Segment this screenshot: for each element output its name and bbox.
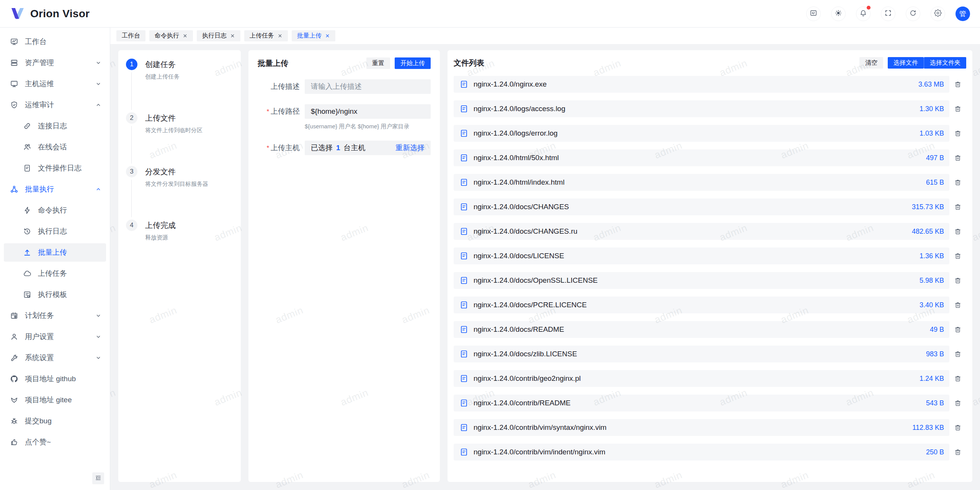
sidebar-item-label: 资产管理 xyxy=(25,58,95,68)
delete-file-button[interactable] xyxy=(949,399,966,407)
step-number: 1 xyxy=(126,59,137,70)
host-selected-prefix: 已选择 xyxy=(311,143,333,153)
chevron-down-icon xyxy=(95,313,101,319)
user-avatar[interactable]: 管 xyxy=(956,7,970,21)
audit-shield-icon xyxy=(10,101,18,109)
sidebar-item-label: 工作台 xyxy=(25,37,101,47)
file-icon xyxy=(460,227,468,236)
sidebar-item[interactable]: 项目地址 github xyxy=(4,370,106,388)
sidebar-collapse-button[interactable] xyxy=(92,472,104,484)
step-title: 上传文件 xyxy=(145,112,203,124)
file-list-title: 文件列表 xyxy=(454,58,484,68)
refresh-button[interactable] xyxy=(906,7,920,21)
start-upload-button[interactable]: 开始上传 xyxy=(395,57,431,69)
delete-file-button[interactable] xyxy=(949,424,966,431)
tab-item-2[interactable]: 执行日志 xyxy=(197,30,240,41)
bolt-icon xyxy=(23,206,31,215)
delete-file-button[interactable] xyxy=(949,154,966,162)
upload-desc-label: 上传描述 xyxy=(258,79,300,94)
file-name: nginx-1.24.0/docs/LICENSE xyxy=(474,252,564,260)
delete-file-button[interactable] xyxy=(949,350,966,358)
delete-file-button[interactable] xyxy=(949,105,966,113)
file-name: nginx-1.24.0/contrib/vim/syntax/nginx.vi… xyxy=(474,423,606,432)
delete-file-button[interactable] xyxy=(949,375,966,382)
file-icon xyxy=(460,80,468,88)
file-size: 250 B xyxy=(918,448,944,456)
theme-button[interactable] xyxy=(831,7,846,21)
sidebar-item[interactable]: 计划任务 xyxy=(4,306,106,325)
tab-item-0[interactable]: 工作台 xyxy=(116,30,145,41)
sidebar-item[interactable]: 系统设置 xyxy=(4,349,106,367)
sidebar-item[interactable]: 批量执行 xyxy=(4,180,106,198)
file-icon xyxy=(460,448,468,456)
sidebar-item[interactable]: 工作台 xyxy=(4,33,106,51)
delete-file-button[interactable] xyxy=(949,203,966,211)
tab-item-1[interactable]: 命令执行 xyxy=(149,30,193,41)
tab-item-3[interactable]: 上传任务 xyxy=(244,30,288,41)
sidebar-item[interactable]: 项目地址 gitee xyxy=(4,391,106,409)
sidebar-item[interactable]: 连接日志 xyxy=(4,117,106,135)
trash-icon xyxy=(954,154,962,162)
file-size: 3.40 KB xyxy=(912,301,944,309)
file-name: nginx-1.24.0/contrib/vim/indent/nginx.vi… xyxy=(474,448,605,456)
sidebar-item[interactable]: 上传任务 xyxy=(4,264,106,283)
file-row-body: nginx-1.24.0/logs/access.log1.30 KB xyxy=(454,100,949,117)
sidebar-item[interactable]: 用户设置 xyxy=(4,328,106,346)
upload-path-row: 上传路径 ${username} 用户名 ${home} 用户家目录 xyxy=(258,104,431,130)
delete-file-button[interactable] xyxy=(949,179,966,186)
bug-icon xyxy=(10,417,18,425)
fullscreen-button[interactable] xyxy=(881,7,895,21)
sidebar-item-label: 文件操作日志 xyxy=(38,163,101,173)
file-row-body: nginx-1.24.0/docs/OpenSSL.LICENSE5.98 KB xyxy=(454,272,949,289)
tab-item-4[interactable]: 批量上传 xyxy=(292,30,335,41)
sidebar-item[interactable]: 资产管理 xyxy=(4,54,106,72)
delete-file-button[interactable] xyxy=(949,252,966,260)
sidebar-item[interactable]: 在线会话 xyxy=(4,138,106,156)
sidebar-item[interactable]: 点个赞~ xyxy=(4,433,106,451)
settings-button[interactable] xyxy=(931,7,945,21)
code-preview-button[interactable] xyxy=(806,7,821,21)
step-4: 4上传完成释放资源 xyxy=(126,220,233,241)
file-row: nginx-1.24.0/logs/access.log1.30 KB xyxy=(454,100,966,117)
upload-desc-input[interactable] xyxy=(305,79,431,94)
sidebar-item[interactable]: 命令执行 xyxy=(4,201,106,220)
reselect-hosts-link[interactable]: 重新选择 xyxy=(395,143,425,153)
clear-files-button[interactable]: 清空 xyxy=(859,57,883,69)
delete-file-button[interactable] xyxy=(949,448,966,456)
delete-file-button[interactable] xyxy=(949,80,966,88)
sidebar-item[interactable]: 文件操作日志 xyxy=(4,159,106,177)
select-folder-button[interactable]: 选择文件夹 xyxy=(924,57,966,69)
notification-button[interactable] xyxy=(856,7,871,21)
step-2: 2上传文件将文件上传到临时分区 xyxy=(126,112,233,166)
sidebar-item[interactable]: 执行日志 xyxy=(4,222,106,241)
sidebar-item[interactable]: 批量上传 xyxy=(4,243,106,262)
sidebar-item[interactable]: 提交bug xyxy=(4,412,106,430)
file-size: 543 B xyxy=(918,399,944,407)
sidebar-item[interactable]: 运维审计 xyxy=(4,96,106,114)
delete-file-button[interactable] xyxy=(949,326,966,333)
tab-close-icon[interactable] xyxy=(278,33,283,38)
file-name: nginx-1.24.0/contrib/geo2nginx.pl xyxy=(474,374,581,383)
delete-file-button[interactable] xyxy=(949,277,966,284)
file-row: nginx-1.24.0/html/index.html615 B xyxy=(454,174,966,191)
file-size: 315.73 KB xyxy=(904,203,944,211)
delete-file-button[interactable] xyxy=(949,228,966,235)
assets-icon xyxy=(10,59,18,67)
tab-close-icon[interactable] xyxy=(183,33,188,38)
sidebar-item[interactable]: 主机运维 xyxy=(4,75,106,93)
header-action-buttons xyxy=(806,7,945,21)
sidebar-item[interactable]: 执行模板 xyxy=(4,285,106,304)
delete-file-button[interactable] xyxy=(949,301,966,309)
upload-path-input[interactable] xyxy=(305,104,431,119)
reset-button[interactable]: 重置 xyxy=(366,57,390,69)
select-files-button[interactable]: 选择文件 xyxy=(888,57,924,69)
tab-close-icon[interactable] xyxy=(325,33,330,38)
file-name: nginx-1.24.0/docs/zlib.LICENSE xyxy=(474,350,577,358)
file-row-body: nginx-1.24.0/docs/CHANGES315.73 KB xyxy=(454,198,949,215)
trash-icon xyxy=(954,399,962,407)
step-description: 释放资源 xyxy=(145,234,176,241)
file-icon xyxy=(460,374,468,383)
file-name: nginx-1.24.0/html/50x.html xyxy=(474,154,559,162)
delete-file-button[interactable] xyxy=(949,129,966,137)
tab-close-icon[interactable] xyxy=(230,33,235,38)
